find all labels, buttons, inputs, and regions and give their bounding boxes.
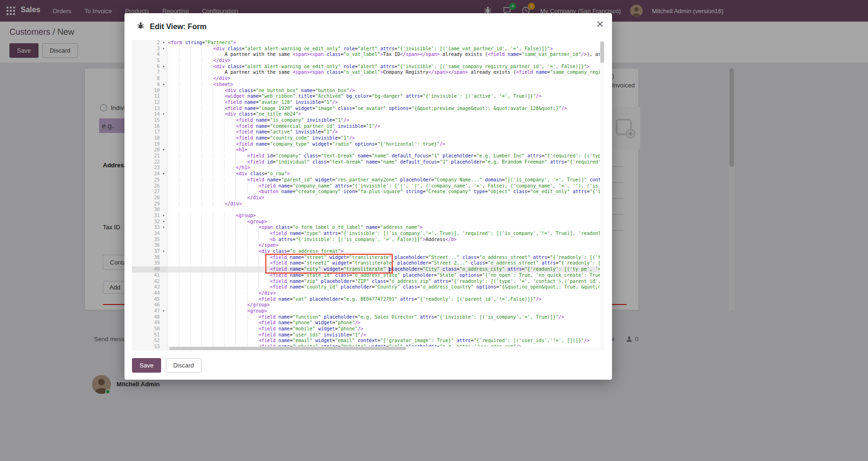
gutter-line-number: 12 xyxy=(132,100,168,106)
gutter-line-number: 5 xyxy=(132,58,168,64)
gutter-line-number: 41 xyxy=(132,273,168,279)
code-line[interactable]: A partner with the same <span><span clas… xyxy=(168,70,600,76)
gutter-line-number: 21 xyxy=(132,153,168,159)
code-line[interactable]: <field name="function" placeholder="e.g.… xyxy=(168,314,600,320)
gutter-line-number: 8 xyxy=(132,76,168,82)
gutter-line-number: 30 xyxy=(132,207,168,213)
code-line[interactable]: <field name="country_id" placeholder="Co… xyxy=(168,284,600,290)
gutter-line-number: 49 xyxy=(132,320,168,326)
gutter-line-number: 51 xyxy=(132,332,168,338)
gutter-line-number: 45 xyxy=(132,297,168,303)
code-line[interactable]: <field name="email" widget="email" conte… xyxy=(168,338,600,344)
gutter-line-number: 17 xyxy=(132,129,168,135)
code-line[interactable]: A partner with the same <span><span clas… xyxy=(168,52,600,58)
code-line[interactable]: <div class="alert alert-warning oe_edit_… xyxy=(168,46,600,52)
code-line[interactable]: <field name="country_code" invisible="1"… xyxy=(168,135,600,141)
gutter-line-number: 22 xyxy=(132,159,168,165)
code-line[interactable]: <widget name="web_ribbon" title="Archive… xyxy=(168,94,600,100)
code-line[interactable]: </h1> xyxy=(168,165,600,171)
modal-discard-button[interactable]: Discard xyxy=(166,358,202,373)
code-line[interactable]: <div class="oe_button_box" name="button_… xyxy=(168,88,600,94)
code-line[interactable]: <field name="parent_id" widget="res_part… xyxy=(168,177,600,183)
edit-view-modal: Edit View: Form × 2▾3▾456▾789▾1011121314… xyxy=(124,13,612,380)
code-line[interactable]: <form string="Partners"> xyxy=(168,40,600,46)
code-line[interactable]: <field name="is_company" invisible="1"/> xyxy=(168,117,600,124)
gutter-line-number: 46 xyxy=(132,302,168,308)
code-line[interactable]: <field name="street" widget="translitera… xyxy=(168,255,600,261)
modal-footer: Save Discard xyxy=(124,351,612,380)
gutter-line-number: 26 xyxy=(132,183,168,189)
gutter-line-number: 36 xyxy=(132,242,168,249)
code-line[interactable]: <group> xyxy=(168,308,600,314)
code-line[interactable]: <b attrs="{'invisible': [('is_company', … xyxy=(168,237,600,243)
code-line[interactable]: </div> xyxy=(168,58,600,64)
code-line[interactable]: <group> xyxy=(168,219,600,225)
code-line[interactable]: <field name="user_ids" invisible="1"/> xyxy=(168,332,600,338)
editor-hscroll-thumb[interactable] xyxy=(169,347,406,350)
close-icon[interactable]: × xyxy=(597,18,604,30)
code-line[interactable]: <field name="type" attrs="{'invisible': … xyxy=(168,231,600,237)
code-gutter: 2▾3▾456▾789▾1011121314▾151617181920▾2122… xyxy=(132,40,168,351)
code-line[interactable]: <field name="city" widget="transliterate… xyxy=(168,266,600,273)
code-line[interactable]: <h1> xyxy=(168,147,600,153)
text-cursor xyxy=(389,267,390,273)
gutter-line-number: 34 xyxy=(132,231,168,237)
code-line[interactable]: <div class="o_address_format"> xyxy=(168,249,600,255)
gutter-line-number: 44 xyxy=(132,290,168,297)
code-line[interactable]: <field name="vat" placeholder="e.g. BE04… xyxy=(168,297,600,303)
code-line[interactable] xyxy=(168,207,600,213)
code-line[interactable]: <field name="commercial_partner_id" invi… xyxy=(168,124,600,130)
code-line[interactable]: <field id="company" class="text-break" n… xyxy=(168,153,600,159)
gutter-line-number: 38 xyxy=(132,255,168,261)
code-line[interactable]: <field name="image_1920" widget="image" … xyxy=(168,106,600,112)
modal-save-button[interactable]: Save xyxy=(132,358,161,373)
code-line[interactable]: </group> xyxy=(168,302,600,308)
gutter-line-number: 29 xyxy=(132,201,168,207)
code-line[interactable]: </div> xyxy=(168,76,600,82)
gutter-line-number: 6▾ xyxy=(132,64,168,70)
gutter-line-number: 3▾ xyxy=(132,46,168,52)
code-line[interactable]: <button name="create_company" icon="fa-p… xyxy=(168,189,600,195)
code-line[interactable]: <field name="active" invisible="1"/> xyxy=(168,129,600,135)
gutter-line-number: 50 xyxy=(132,326,168,332)
editor-vertical-scrollbar[interactable] xyxy=(600,40,604,351)
code-line[interactable]: <group> xyxy=(168,213,600,219)
code-lines[interactable]: <form string="Partners"> <div class="ale… xyxy=(168,40,600,351)
code-line[interactable]: <field name="zip" placeholder="ZIP" clas… xyxy=(168,279,600,285)
bug-icon xyxy=(137,22,145,31)
modal-header: Edit View: Form × xyxy=(124,13,612,40)
code-line[interactable]: <field name="avatar_128" invisible="1"/> xyxy=(168,100,600,106)
gutter-line-number: 7 xyxy=(132,70,168,76)
code-line[interactable]: <span class="o_form_label o_td_label" na… xyxy=(168,225,600,231)
code-line[interactable]: <field name="company_name" attrs="{'invi… xyxy=(168,183,600,189)
gutter-line-number: 20▾ xyxy=(132,147,168,153)
gutter-line-number: 23 xyxy=(132,165,168,171)
code-line[interactable]: <field name="company_type" widget="radio… xyxy=(168,141,600,148)
code-line[interactable]: <field name="phone" widget="phone"/> xyxy=(168,320,600,326)
code-line[interactable]: <field name="state_id" class="o_address_… xyxy=(168,273,600,279)
gutter-line-number: 25 xyxy=(132,177,168,183)
gutter-line-number: 28 xyxy=(132,195,168,201)
code-line[interactable]: <div class="o_row"> xyxy=(168,171,600,177)
editor-vscroll-thumb[interactable] xyxy=(600,41,604,63)
code-line[interactable]: </div> xyxy=(168,201,600,207)
code-line[interactable]: <div class="alert alert-warning oe_edit_… xyxy=(168,64,600,70)
code-line[interactable]: <field name="mobile" widget="phone"/> xyxy=(168,326,600,332)
gutter-line-number: 53 xyxy=(132,344,168,350)
code-line[interactable]: </div> xyxy=(168,195,600,201)
code-line[interactable]: </span> xyxy=(168,242,600,249)
editor-horizontal-scrollbar[interactable] xyxy=(168,346,600,351)
gutter-line-number: 39 xyxy=(132,260,168,266)
gutter-line-number: 13 xyxy=(132,106,168,112)
code-line[interactable]: </div> xyxy=(168,290,600,297)
code-line[interactable]: <div class="oe_title mb24"> xyxy=(168,111,600,117)
code-line[interactable]: <field name="street2" widget="transliter… xyxy=(168,260,600,266)
code-line[interactable]: <sheet> xyxy=(168,82,600,88)
gutter-line-number: 15 xyxy=(132,117,168,124)
code-line[interactable]: <field id="individual" class="text-break… xyxy=(168,159,600,165)
gutter-line-number: 43 xyxy=(132,284,168,290)
gutter-line-number: 32▾ xyxy=(132,219,168,225)
code-editor[interactable]: 2▾3▾456▾789▾1011121314▾151617181920▾2122… xyxy=(132,40,604,351)
gutter-line-number: 4 xyxy=(132,52,168,58)
gutter-line-number: 40 xyxy=(132,266,168,273)
